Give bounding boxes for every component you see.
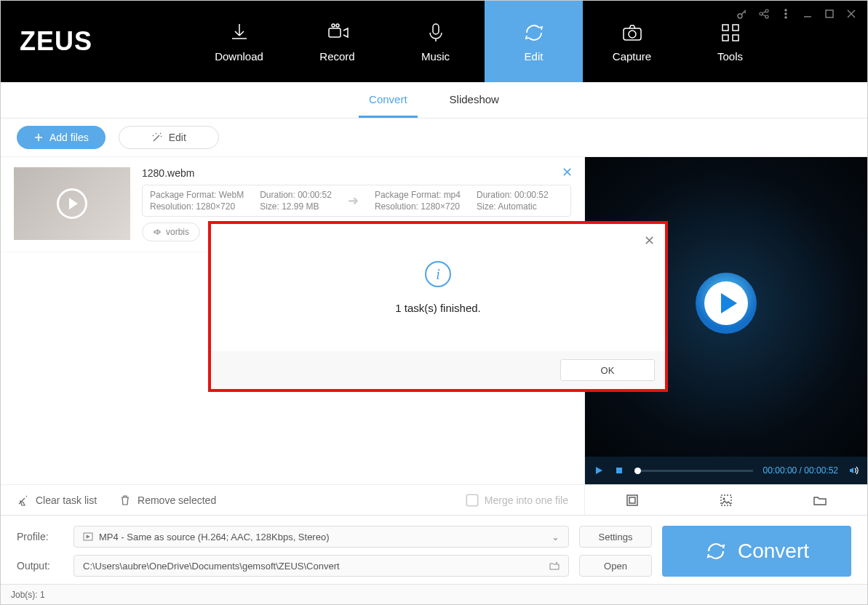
clear-task-list-label: Clear task list bbox=[36, 494, 97, 506]
source-time-info: Duration: 00:00:52 Size: 12.99 MB bbox=[260, 190, 332, 212]
nav-edit[interactable]: Edit bbox=[485, 1, 583, 82]
minimize-icon[interactable] bbox=[802, 8, 813, 20]
svg-point-14 bbox=[785, 9, 787, 12]
trash-icon bbox=[119, 494, 132, 507]
svg-point-25 bbox=[722, 497, 725, 500]
nav-edit-label: Edit bbox=[525, 50, 544, 63]
close-icon[interactable] bbox=[845, 8, 857, 20]
convert-button-label: Convert bbox=[738, 540, 809, 563]
audio-codec-chip[interactable]: vorbis bbox=[142, 223, 200, 241]
dest-format-info: Package Format: mp4 Resolution: 1280×720 bbox=[375, 190, 461, 212]
settings-button[interactable]: Settings bbox=[579, 526, 652, 548]
app-logo: ZEUS bbox=[1, 1, 190, 82]
toolbar: Add files Edit bbox=[1, 119, 867, 157]
snapshot-icon[interactable] bbox=[719, 493, 733, 508]
open-button[interactable]: Open bbox=[579, 555, 652, 577]
nav-tools-label: Tools bbox=[717, 50, 743, 63]
convert-button[interactable]: Convert bbox=[662, 526, 851, 577]
dst-size: Size: Automatic bbox=[477, 201, 549, 212]
speaker-icon bbox=[153, 228, 162, 236]
svg-point-15 bbox=[785, 13, 787, 15]
submenu: Convert Slideshow bbox=[1, 82, 867, 119]
dst-duration: Duration: 00:00:52 bbox=[477, 190, 549, 200]
tab-slideshow[interactable]: Slideshow bbox=[439, 82, 509, 118]
broom-icon bbox=[17, 494, 30, 507]
dialog-message: 1 task(s) finished. bbox=[395, 302, 481, 314]
remove-task-button[interactable]: ✕ bbox=[562, 164, 573, 180]
merge-label: Merge into one file bbox=[485, 494, 568, 506]
dialog-ok-button[interactable]: OK bbox=[560, 359, 655, 381]
svg-rect-21 bbox=[616, 468, 622, 473]
dst-package-format: Package Format: mp4 bbox=[375, 190, 461, 200]
svg-rect-3 bbox=[433, 24, 439, 34]
checkbox-icon bbox=[466, 494, 479, 507]
svg-point-11 bbox=[760, 12, 763, 15]
key-icon[interactable] bbox=[736, 8, 748, 20]
capture-icon bbox=[621, 21, 644, 44]
svg-rect-7 bbox=[733, 25, 738, 31]
output-path-field[interactable]: C:\Users\aubre\OneDrive\Documents\gemsof… bbox=[73, 555, 569, 577]
dialog-footer: OK bbox=[211, 351, 665, 389]
seek-bar[interactable] bbox=[634, 470, 753, 472]
menu-dots-icon[interactable] bbox=[780, 8, 792, 20]
fullscreen-icon[interactable] bbox=[625, 493, 640, 508]
nav-download-label: Download bbox=[215, 50, 263, 63]
dialog-body: i 1 task(s) finished. bbox=[211, 224, 665, 351]
nav-music-label: Music bbox=[421, 50, 450, 63]
edit-button-label: Edit bbox=[169, 132, 186, 143]
open-label: Open bbox=[604, 561, 627, 572]
music-icon bbox=[424, 21, 447, 44]
svg-rect-8 bbox=[722, 35, 728, 41]
tab-convert-label: Convert bbox=[369, 93, 407, 105]
bottom-bar: Profile: MP4 - Same as source (H.264; AA… bbox=[1, 515, 867, 584]
nav-download[interactable]: Download bbox=[190, 1, 288, 82]
nav-music[interactable]: Music bbox=[386, 1, 485, 82]
dst-resolution: Resolution: 1280×720 bbox=[375, 201, 461, 212]
svg-rect-24 bbox=[721, 495, 731, 505]
dest-time-info: Duration: 00:00:52 Size: Automatic bbox=[477, 190, 549, 212]
nav-capture[interactable]: Capture bbox=[583, 1, 681, 82]
browse-folder-icon[interactable] bbox=[549, 561, 560, 571]
window-controls bbox=[736, 8, 857, 20]
arrow-right-icon: ➜ bbox=[348, 193, 359, 209]
remove-selected-button[interactable]: Remove selected bbox=[119, 494, 216, 507]
src-duration: Duration: 00:00:52 bbox=[260, 190, 332, 200]
folder-icon[interactable] bbox=[813, 493, 827, 508]
clear-task-list-button[interactable]: Clear task list bbox=[17, 494, 97, 507]
svg-rect-9 bbox=[733, 35, 738, 41]
dialog-close-button[interactable]: ✕ bbox=[644, 233, 655, 249]
svg-point-5 bbox=[629, 31, 636, 38]
settings-label: Settings bbox=[599, 532, 633, 542]
tab-convert[interactable]: Convert bbox=[359, 82, 418, 118]
svg-rect-23 bbox=[629, 497, 635, 503]
output-label: Output: bbox=[17, 560, 63, 572]
play-icon[interactable] bbox=[594, 465, 604, 476]
audio-codec-label: vorbis bbox=[166, 227, 189, 237]
share-icon[interactable] bbox=[758, 8, 770, 20]
video-thumbnail[interactable] bbox=[14, 167, 130, 240]
merge-checkbox[interactable]: Merge into one file bbox=[466, 494, 568, 507]
svg-point-2 bbox=[336, 24, 339, 27]
maximize-icon[interactable] bbox=[824, 8, 835, 20]
src-package-format: Package Format: WebM bbox=[150, 190, 244, 200]
svg-point-13 bbox=[765, 15, 768, 18]
svg-point-16 bbox=[785, 17, 787, 19]
info-icon: i bbox=[425, 261, 451, 287]
tab-slideshow-label: Slideshow bbox=[450, 93, 499, 105]
edit-icon bbox=[522, 21, 546, 44]
status-bar: Job(s): 1 bbox=[1, 584, 867, 604]
svg-rect-0 bbox=[329, 28, 341, 37]
profile-select[interactable]: MP4 - Same as source (H.264; AAC, 128Kbp… bbox=[73, 526, 569, 548]
edit-button[interactable]: Edit bbox=[119, 126, 219, 149]
app-logo-text: ZEUS bbox=[20, 26, 92, 57]
stop-icon[interactable] bbox=[614, 465, 624, 476]
player-logo-icon bbox=[690, 267, 763, 340]
video-file-icon bbox=[83, 532, 93, 542]
src-resolution: Resolution: 1280×720 bbox=[150, 201, 244, 212]
wand-icon bbox=[151, 132, 163, 143]
add-files-button[interactable]: Add files bbox=[17, 126, 105, 149]
output-value: C:\Users\aubre\OneDrive\Documents\gemsof… bbox=[83, 561, 340, 572]
volume-icon[interactable] bbox=[848, 465, 859, 476]
nav-record[interactable]: Record bbox=[288, 1, 386, 82]
src-size: Size: 12.99 MB bbox=[260, 201, 332, 212]
